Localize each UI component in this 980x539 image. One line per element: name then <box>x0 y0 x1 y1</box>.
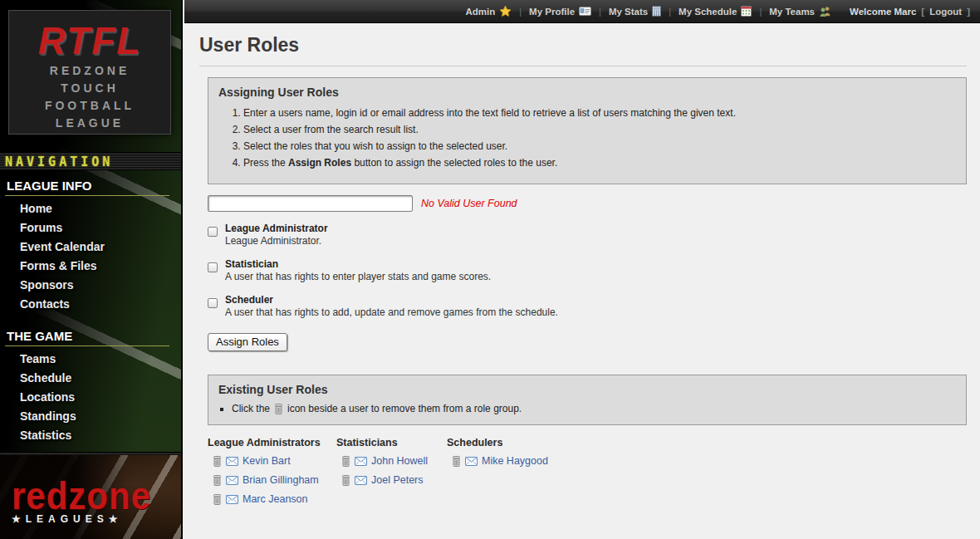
email-icon[interactable] <box>465 457 478 466</box>
group-league-administrators: League Administrators Kevin Bart Brian G… <box>208 437 336 512</box>
role-groups: League Administrators Kevin Bart Brian G… <box>208 437 967 512</box>
league-info-header: LEAGUE INFO <box>5 179 169 196</box>
page-title: User Roles <box>199 34 967 66</box>
sidebar: RTFL REDZONE TOUCH FOOTBALL LEAGUE NAVIG… <box>0 0 183 539</box>
email-icon[interactable] <box>226 476 238 485</box>
remove-user-bin-icon[interactable] <box>213 456 222 467</box>
email-icon[interactable] <box>226 495 238 504</box>
menu-item-my-stats-label: My Stats <box>609 7 648 17</box>
menu-separator: | <box>519 7 522 17</box>
note-text: icon beside a user to remove them from a… <box>287 402 522 415</box>
sidebar-item-sponsors[interactable]: Sponsors <box>0 276 181 295</box>
assigning-instructions: Enter a users name, login id or email ad… <box>243 106 956 169</box>
instruction-item: Select the roles that you wish to assign… <box>243 140 956 153</box>
navigation-band-label: NAVIGATION <box>5 154 113 169</box>
role-row-statistician: Statistician A user that has rights to e… <box>208 258 967 283</box>
assign-roles-form: No Valid User Found League Administrator… <box>208 195 967 351</box>
sidebar-item-standings[interactable]: Standings <box>0 407 181 426</box>
rtfl-logo-line: FOOTBALL <box>9 97 170 115</box>
sidebar-item-home[interactable]: Home <box>0 199 181 218</box>
user-row: Marc Jeanson <box>213 493 336 505</box>
user-row: Mike Haygood <box>452 455 548 467</box>
logout-button[interactable]: Logout <box>929 7 962 17</box>
user-link[interactable]: Joel Peters <box>371 474 424 486</box>
remove-user-bin-icon[interactable] <box>213 475 222 486</box>
logout-bracket-open: [ <box>921 7 924 17</box>
redzone-leagues-logo[interactable]: redzone ★LEAGUES★ <box>0 470 181 525</box>
rtfl-logo-line: TOUCH <box>9 80 170 97</box>
calendar-icon <box>741 6 752 17</box>
existing-panel-notes: Click the icon beside a user to remove t… <box>232 402 956 415</box>
existing-user-roles-panel: Existing User Roles Click the icon besid… <box>208 375 967 425</box>
sidebar-item-contacts[interactable]: Contacts <box>0 295 181 314</box>
user-link[interactable]: John Howell <box>371 455 428 467</box>
star-icon <box>499 5 512 17</box>
rtfl-logo-line: REDZONE <box>9 62 170 80</box>
user-link[interactable]: Kevin Bart <box>243 455 291 467</box>
sidebar-item-teams[interactable]: Teams <box>0 350 181 369</box>
menu-item-admin[interactable]: Admin <box>465 5 512 17</box>
user-search-input[interactable] <box>208 195 413 212</box>
sidebar-item-locations[interactable]: Locations <box>0 388 181 407</box>
sidebar-item-statistics[interactable]: Statistics <box>0 426 181 445</box>
league-info-section: LEAGUE INFO Home Forums Event Calendar F… <box>0 179 181 314</box>
the-game-items: Teams Schedule Locations Standings Stati… <box>0 350 181 445</box>
menu-item-my-stats[interactable]: My Stats <box>609 6 661 17</box>
note-line: Click the icon beside a user to remove t… <box>232 402 522 415</box>
search-status-message: No Valid User Found <box>421 198 517 209</box>
group-header: Statisticians <box>336 437 447 448</box>
menu-item-my-profile[interactable]: My Profile <box>529 7 591 17</box>
bin-icon <box>274 404 283 414</box>
user-row: John Howell <box>341 455 447 467</box>
email-icon[interactable] <box>226 457 238 466</box>
role-name: Scheduler <box>225 294 558 306</box>
league-administrator-checkbox[interactable] <box>208 227 218 237</box>
note-text: Click the <box>232 402 270 415</box>
instruction-item: Press the Assign Roles button to assign … <box>243 156 956 169</box>
rtfl-logo[interactable]: RTFL REDZONE TOUCH FOOTBALL LEAGUE <box>8 10 171 135</box>
group-header: Schedulers <box>447 437 548 448</box>
group-icon <box>819 6 831 17</box>
scheduler-checkbox[interactable] <box>208 298 218 308</box>
remove-user-bin-icon[interactable] <box>452 456 461 467</box>
sidebar-item-forms-files[interactable]: Forms & Files <box>0 257 181 276</box>
sidebar-item-schedule[interactable]: Schedule <box>0 369 181 388</box>
assigning-panel-title: Assigning User Roles <box>218 86 956 99</box>
assign-roles-button[interactable]: Assign Roles <box>208 333 287 351</box>
menu-item-my-profile-label: My Profile <box>529 7 575 17</box>
remove-user-bin-icon[interactable] <box>341 475 350 486</box>
user-row: Kevin Bart <box>213 455 336 467</box>
user-search-row: No Valid User Found <box>208 195 967 212</box>
role-description: League Administrator. <box>225 235 328 247</box>
user-link[interactable]: Marc Jeanson <box>243 493 308 505</box>
remove-user-bin-icon[interactable] <box>341 456 350 467</box>
rtfl-logo-acronym: RTFL <box>9 19 170 62</box>
statistician-checkbox[interactable] <box>208 262 218 272</box>
role-row-league-administrator: League Administrator League Administrato… <box>208 223 967 247</box>
sidebar-item-event-calendar[interactable]: Event Calendar <box>0 238 181 257</box>
menu-separator: | <box>669 7 671 17</box>
role-text: League Administrator League Administrato… <box>225 223 328 247</box>
role-text: Scheduler A user that has rights to add,… <box>225 294 558 319</box>
remove-user-bin-icon[interactable] <box>213 494 222 505</box>
rtfl-logo-line: LEAGUE <box>9 115 170 132</box>
menu-separator: | <box>599 7 601 17</box>
menu-item-my-schedule[interactable]: My Schedule <box>679 6 752 17</box>
instruction-text: Press the <box>243 157 288 169</box>
session-area: Welcome Marc [ Logout ] <box>850 7 970 17</box>
logout-bracket-close: ] <box>967 7 970 17</box>
role-name: League Administrator <box>225 223 328 235</box>
instruction-bold-text: Assign Roles <box>288 157 351 169</box>
user-link[interactable]: Mike Haygood <box>482 455 548 467</box>
group-schedulers: Schedulers Mike Haygood <box>447 437 548 512</box>
role-name: Statistician <box>225 258 491 271</box>
redzone-logo-name: redzone <box>12 478 181 514</box>
league-info-items: Home Forums Event Calendar Forms & Files… <box>0 199 181 314</box>
sidebar-item-forums[interactable]: Forums <box>0 218 181 238</box>
user-link[interactable]: Brian Gillingham <box>243 474 319 486</box>
menu-item-my-teams-label: My Teams <box>769 7 815 17</box>
menu-item-my-teams[interactable]: My Teams <box>769 6 831 17</box>
email-icon[interactable] <box>355 457 367 466</box>
instruction-item: Select a user from the search result lis… <box>243 123 956 136</box>
email-icon[interactable] <box>355 476 367 485</box>
